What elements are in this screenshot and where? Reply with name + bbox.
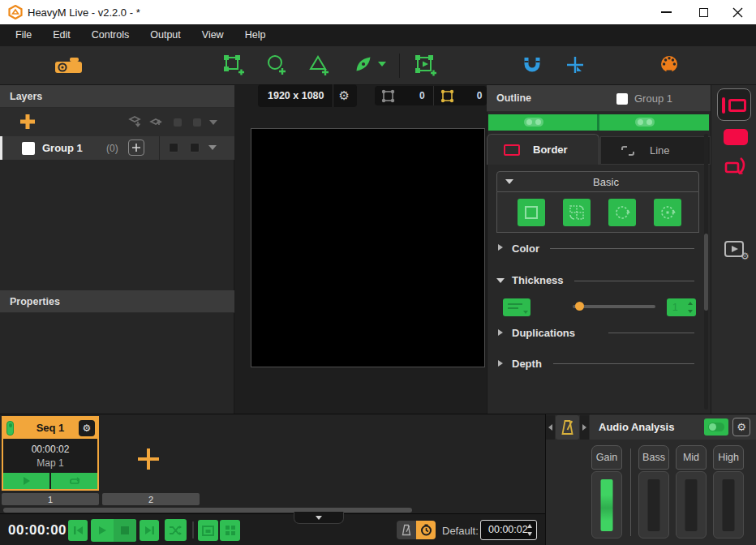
skip-forward-button[interactable] bbox=[140, 520, 159, 541]
add-circle-icon[interactable] bbox=[266, 54, 287, 75]
thickness-slider-knob[interactable] bbox=[575, 302, 584, 311]
maximize-button[interactable] bbox=[685, 0, 722, 24]
menu-output[interactable]: Output bbox=[140, 24, 191, 46]
shuffle-button[interactable] bbox=[165, 519, 187, 541]
sequence-card-header: Seq 1 ⚙ bbox=[3, 418, 97, 439]
depth-section-label[interactable]: Depth bbox=[512, 358, 542, 370]
layer-blend-toggle-icon[interactable] bbox=[174, 118, 182, 127]
group-collapse-icon[interactable] bbox=[208, 145, 217, 150]
audio-tab-next-button[interactable] bbox=[580, 415, 589, 440]
preset-swap-button[interactable] bbox=[563, 199, 591, 226]
counter-divider bbox=[433, 86, 434, 105]
depth-expand-icon[interactable] bbox=[498, 360, 503, 367]
default-duration-spinbox[interactable]: 00:00:02 bbox=[480, 520, 537, 540]
pen-tool-dropdown-icon[interactable] bbox=[378, 62, 386, 67]
sequence-scrollbar[interactable] bbox=[3, 508, 412, 513]
menu-edit[interactable]: Edit bbox=[42, 24, 81, 46]
sequence-card[interactable]: Seq 1 ⚙ 00:00:02 Map 1 bbox=[2, 416, 99, 491]
preset-static-button[interactable] bbox=[518, 199, 545, 226]
audio-beat-tab-button[interactable] bbox=[556, 415, 579, 440]
menu-controls[interactable]: Controls bbox=[81, 24, 140, 46]
thickness-collapse-icon[interactable] bbox=[496, 278, 505, 283]
default-duration-label: Default: bbox=[442, 525, 479, 537]
thickness-step-up-icon[interactable] bbox=[688, 302, 693, 305]
midi-icon[interactable] bbox=[660, 55, 678, 73]
add-sequence-icon[interactable] bbox=[136, 447, 161, 471]
add-layer-icon[interactable] bbox=[18, 112, 37, 131]
thickness-unit-dropdown[interactable] bbox=[503, 298, 530, 316]
multi-view-button[interactable] bbox=[220, 520, 240, 541]
preset-rotate-alt-button[interactable] bbox=[654, 199, 681, 226]
projector-output-icon[interactable] bbox=[54, 56, 84, 75]
layer-opacity-toggle-icon[interactable] bbox=[193, 118, 201, 127]
duplications-expand-icon[interactable] bbox=[498, 329, 503, 336]
stop-button[interactable] bbox=[114, 519, 136, 542]
group-color-swatch[interactable] bbox=[22, 142, 35, 155]
thickness-section-label[interactable]: Thickness bbox=[512, 274, 564, 286]
preset-rotate-button[interactable] bbox=[608, 199, 636, 226]
outline-scrollbar-thumb[interactable] bbox=[704, 234, 708, 311]
tab-border[interactable]: Border bbox=[487, 134, 599, 165]
add-player-icon[interactable] bbox=[414, 54, 436, 76]
color-section-label[interactable]: Color bbox=[512, 242, 539, 255]
magnet-snap-icon[interactable] bbox=[523, 57, 541, 74]
resolution-settings-gear-icon[interactable]: ⚙ bbox=[333, 90, 350, 102]
audio-settings-button[interactable]: ⚙ bbox=[732, 418, 750, 436]
duration-step-down-icon[interactable] bbox=[527, 532, 532, 536]
pen-tool-icon[interactable] bbox=[354, 55, 372, 73]
audio-analysis-title: Audio Analysis bbox=[599, 421, 674, 433]
output-window-button[interactable] bbox=[198, 520, 218, 541]
add-shape-to-group-button[interactable] bbox=[128, 139, 144, 156]
effect-toggle-right[interactable] bbox=[635, 118, 655, 127]
audio-tab-prev-button[interactable] bbox=[546, 415, 555, 440]
move-layer-up-icon[interactable] bbox=[149, 115, 165, 128]
sequence-loop-button[interactable] bbox=[51, 473, 97, 489]
group-blend-toggle-icon[interactable] bbox=[169, 143, 178, 152]
anchor-point-icon[interactable] bbox=[566, 56, 584, 74]
basic-presets-header[interactable]: Basic bbox=[496, 171, 699, 192]
effect-bar-divider bbox=[597, 114, 599, 131]
skip-back-button[interactable] bbox=[68, 520, 88, 541]
timer-mode-button[interactable] bbox=[416, 521, 436, 539]
play-button[interactable] bbox=[91, 519, 114, 542]
tab-line[interactable]: Line bbox=[600, 136, 711, 165]
sequence-column-2[interactable]: 2 bbox=[102, 493, 200, 505]
duplications-section-label[interactable]: Duplications bbox=[512, 327, 575, 339]
animation-effect-button[interactable] bbox=[722, 156, 748, 180]
resolution-button[interactable]: 1920 x 1080 ⚙ bbox=[258, 84, 357, 107]
play-icon bbox=[23, 477, 31, 485]
sequence-play-button[interactable] bbox=[3, 473, 49, 489]
layers-collapse-icon[interactable] bbox=[209, 120, 217, 125]
group-opacity-toggle-icon[interactable] bbox=[190, 143, 200, 152]
color-expand-icon[interactable] bbox=[498, 244, 503, 251]
outline-effect-bar bbox=[722, 97, 725, 114]
outline-effect-button-selected[interactable] bbox=[717, 88, 751, 121]
menu-file[interactable]: File bbox=[5, 24, 42, 46]
sequence-settings-button[interactable]: ⚙ bbox=[79, 420, 95, 436]
sequence-column-1[interactable]: 1 bbox=[2, 493, 99, 505]
minimize-button[interactable] bbox=[647, 0, 685, 24]
menu-help[interactable]: Help bbox=[234, 24, 277, 46]
audio-enable-toggle[interactable] bbox=[704, 418, 728, 436]
group-name[interactable]: Group 1 bbox=[42, 142, 83, 154]
group-selection-bar bbox=[0, 136, 2, 160]
effect-toggle-left[interactable] bbox=[524, 118, 543, 127]
collapse-timeline-button[interactable] bbox=[294, 512, 344, 524]
menu-view[interactable]: View bbox=[191, 24, 234, 46]
thickness-value-spinbox[interactable]: 1 bbox=[667, 298, 696, 316]
high-slider[interactable] bbox=[713, 471, 744, 539]
bass-slider[interactable] bbox=[638, 471, 669, 539]
output-canvas[interactable] bbox=[251, 128, 485, 367]
move-layer-down-icon[interactable] bbox=[128, 115, 144, 128]
thickness-step-down-icon[interactable] bbox=[688, 310, 693, 313]
add-quad-icon[interactable] bbox=[223, 54, 244, 75]
thickness-slider-track[interactable] bbox=[573, 305, 655, 308]
mid-slider[interactable] bbox=[676, 471, 707, 539]
beat-mode-button[interactable] bbox=[397, 521, 416, 539]
layer-group-row[interactable]: Group 1 (0) bbox=[0, 136, 234, 160]
close-button[interactable] bbox=[719, 0, 756, 24]
duration-step-up-icon[interactable] bbox=[527, 524, 532, 528]
fill-effect-button[interactable] bbox=[724, 129, 748, 145]
add-triangle-icon[interactable] bbox=[309, 54, 330, 75]
gain-slider[interactable] bbox=[591, 471, 622, 539]
